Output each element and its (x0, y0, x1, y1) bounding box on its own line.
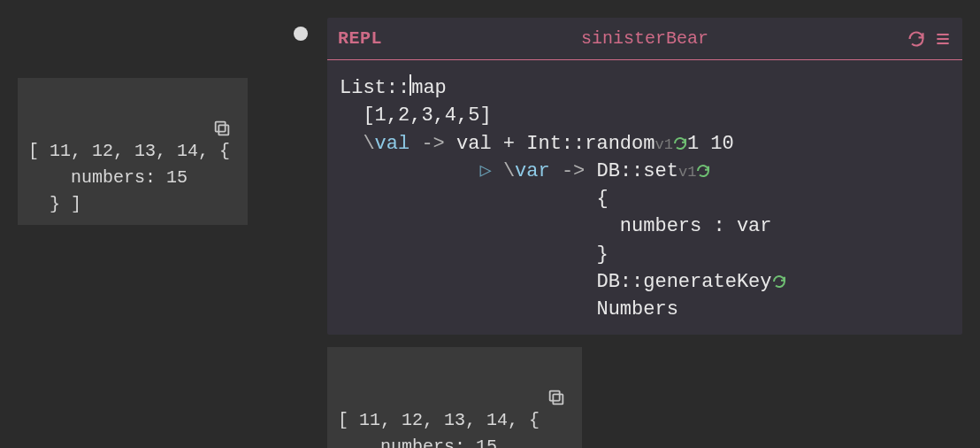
svg-rect-0 (218, 125, 228, 135)
code-line: Numbers (340, 298, 678, 321)
copy-icon[interactable] (212, 66, 255, 191)
code-line: ▷ \var -> DB::setv1 (340, 160, 710, 182)
output-line: [ 11, 12, 13, 14, { (28, 141, 230, 161)
repl-label: REPL (338, 28, 382, 49)
svg-rect-5 (553, 394, 563, 404)
output-line: } ] (28, 194, 81, 214)
inline-refresh-icon[interactable] (772, 271, 786, 293)
editor-panel: REPL sinisterBear List::map [1,2,3,4,5] … (327, 18, 962, 335)
refresh-icon[interactable] (907, 30, 925, 48)
code-line: numbers : var (340, 215, 772, 237)
code-area[interactable]: List::map [1,2,3,4,5] \val -> val + Int:… (327, 60, 962, 337)
code-line: { (340, 188, 609, 210)
code-line: [1,2,3,4,5] (340, 104, 492, 127)
editor-header: REPL sinisterBear (327, 18, 962, 60)
unsaved-dot (294, 27, 308, 41)
inline-refresh-icon[interactable] (696, 160, 710, 182)
code-line: } (340, 243, 609, 266)
code-line: \val -> val + Int::randomv11 10 (340, 133, 734, 155)
play-marker-icon: ▷ (479, 160, 502, 182)
output-box-bottom: [ 11, 12, 13, 14, { numbers: 15 } ] (327, 347, 582, 448)
output-line: numbers: 15 (338, 436, 497, 448)
svg-rect-1 (216, 122, 226, 132)
code-line: DB::generateKey (340, 271, 786, 293)
output-line: numbers: 15 (28, 167, 188, 188)
svg-rect-6 (550, 391, 560, 401)
output-line: [ 11, 12, 13, 14, { (338, 410, 540, 430)
code-line: List::map (340, 77, 447, 99)
copy-icon[interactable] (547, 335, 589, 448)
inline-refresh-icon[interactable] (673, 133, 687, 155)
editor-title: sinisterBear (327, 28, 962, 49)
output-box-left: [ 11, 12, 13, 14, { numbers: 15 } ] (18, 78, 248, 225)
menu-icon[interactable] (934, 30, 952, 48)
